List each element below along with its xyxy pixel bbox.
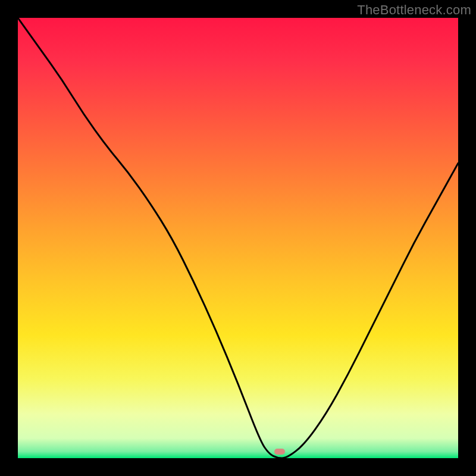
watermark-label: TheBottleneck.com — [357, 2, 471, 18]
optimum-marker — [274, 449, 285, 455]
bottleneck-curve — [18, 18, 458, 458]
plot-area — [18, 18, 458, 458]
chart-frame: TheBottleneck.com — [0, 0, 476, 476]
